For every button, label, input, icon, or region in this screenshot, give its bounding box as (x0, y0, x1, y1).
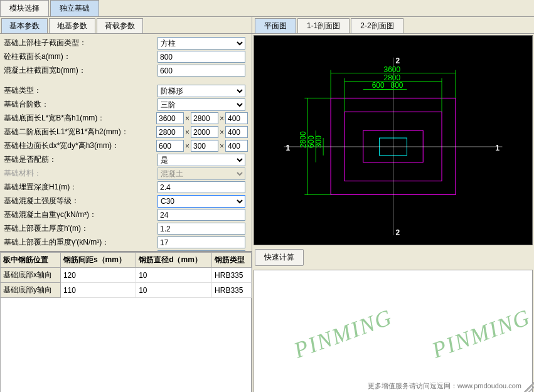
concrete-grade-select[interactable]: C30 (158, 195, 245, 208)
L-input[interactable] (156, 112, 184, 124)
calc-button[interactable]: 快速计算 (255, 249, 304, 266)
cell[interactable]: HRB335 (212, 268, 252, 283)
times-icon: × (220, 128, 224, 137)
concrete-grade-label: 基础混凝土强度等级： (4, 196, 158, 206)
step2-dim-label: 基础二阶底面长L1*宽B1*高h2(mm)： (4, 127, 156, 137)
tab-module-select[interactable]: 模块选择 (0, 0, 49, 16)
calc-bar: 快速计算 (252, 246, 534, 268)
material-select: 混凝土 (158, 167, 245, 180)
drawing-canvas[interactable]: 1 1 2 2 3600 (254, 35, 533, 245)
col-dia[interactable]: 钢筋直径d（mm） (136, 253, 212, 268)
cell[interactable]: 110 (60, 283, 136, 298)
cell[interactable]: 基础底部x轴向 (1, 268, 61, 283)
svg-text:1: 1 (286, 144, 291, 152)
cell[interactable]: 120 (60, 268, 136, 283)
svg-text:2800: 2800 (299, 131, 307, 148)
depth-label: 基础埋置深度H1(m)： (4, 182, 158, 193)
tab-load-params[interactable]: 荷载参数 (97, 18, 143, 33)
col-a-input[interactable] (158, 51, 245, 63)
has-rebar-label: 基础是否配筋： (4, 154, 158, 165)
svg-text:2800: 2800 (384, 73, 401, 82)
svg-text:300: 300 (314, 135, 323, 148)
tab-section-1-1[interactable]: 1-1剖面图 (297, 18, 350, 33)
col-section-type-select[interactable]: 方柱 (158, 37, 245, 50)
tab-plan-view[interactable]: 平面图 (255, 18, 296, 33)
L1-input[interactable] (156, 126, 184, 138)
left-panel: 基本参数 地基参数 荷载参数 基础上部柱子截面类型：方柱 砼柱截面长a(mm)：… (0, 17, 252, 392)
svg-text:1: 1 (496, 144, 500, 152)
fdn-type-select[interactable]: 阶梯形 (158, 85, 245, 97)
table-row[interactable]: 基础底部x轴向 120 10 HRB335 (1, 268, 252, 283)
material-label: 基础材料： (4, 168, 158, 179)
output-area[interactable]: PINMING PINMING (254, 270, 533, 392)
times-icon: × (185, 142, 190, 151)
right-panel: 平面图 1-1剖面图 2-2剖面图 1 1 2 (252, 17, 534, 392)
concrete-weight-label: 基础混凝土自重γc(kN/m³)： (4, 209, 158, 220)
top-tabs: 模块选择 独立基础 (0, 0, 534, 17)
svg-text:3600: 3600 (384, 65, 401, 74)
h2-input[interactable] (225, 126, 248, 138)
has-rebar-select[interactable]: 是 (158, 154, 245, 166)
times-icon: × (220, 114, 224, 123)
dx-input[interactable] (156, 140, 184, 152)
B-input[interactable] (191, 112, 218, 124)
col-section-type-label: 基础上部柱子截面类型： (4, 38, 158, 48)
col-b-input[interactable] (158, 65, 245, 77)
col-a-label: 砼柱截面长a(mm)： (4, 51, 158, 62)
B1-input[interactable] (191, 126, 218, 138)
cell[interactable]: HRB335 (212, 283, 252, 298)
footer-link[interactable]: 更多增值服务请访问逗逗网：www.pmdoudou.com (368, 381, 521, 391)
cell[interactable]: 基础底部y轴向 (1, 283, 61, 298)
depth-input[interactable] (158, 181, 245, 193)
soil-thick-input[interactable] (158, 223, 245, 235)
tab-soil-params[interactable]: 地基参数 (49, 18, 95, 33)
fdn-type-label: 基础类型： (4, 85, 158, 96)
times-icon: × (185, 114, 190, 123)
times-icon: × (185, 128, 190, 137)
svg-text:600: 600 (372, 81, 385, 90)
table-row[interactable]: 基础底部y轴向 110 10 HRB335 (1, 283, 252, 298)
param-tabs: 基本参数 地基参数 荷载参数 (0, 17, 252, 34)
col-pos[interactable]: 板中钢筋位置 (1, 253, 61, 268)
steps-label: 基础台阶数： (4, 99, 158, 110)
h1-input[interactable] (225, 112, 248, 124)
tab-section-2-2[interactable]: 2-2剖面图 (351, 18, 403, 33)
view-tabs: 平面图 1-1剖面图 2-2剖面图 (252, 17, 534, 34)
col-b-label: 混凝土柱截面宽b(mm)： (4, 65, 158, 76)
col-spacing[interactable]: 钢筋间距s（mm） (60, 253, 136, 268)
tab-independent-foundation[interactable]: 独立基础 (50, 0, 99, 16)
h3-input[interactable] (225, 140, 248, 152)
cell[interactable]: 10 (136, 268, 212, 283)
svg-text:2: 2 (395, 228, 400, 237)
soil-weight-input[interactable] (158, 236, 245, 248)
rebar-table: 板中钢筋位置 钢筋间距s（mm） 钢筋直径d（mm） 钢筋类型 基础底部x轴向 … (0, 251, 252, 392)
table-empty-area (0, 298, 252, 392)
steps-select[interactable]: 三阶 (158, 98, 245, 111)
soil-thick-label: 基础上部覆土厚度h'(m)： (4, 223, 158, 234)
watermark: PINMING (429, 304, 533, 364)
params-form: 基础上部柱子截面类型：方柱 砼柱截面长a(mm)： 混凝土柱截面宽b(mm)： … (0, 34, 252, 251)
col-edge-label: 基础柱边面长dx*宽dy*高h3(mm)： (4, 140, 156, 151)
svg-text:2: 2 (395, 56, 400, 65)
col-type[interactable]: 钢筋类型 (212, 253, 252, 268)
tab-basic-params[interactable]: 基本参数 (1, 18, 48, 33)
watermark: PINMING (291, 304, 396, 364)
times-icon: × (220, 142, 224, 151)
cell[interactable]: 10 (136, 283, 212, 298)
svg-text:800: 800 (391, 81, 403, 90)
dy-input[interactable] (191, 140, 218, 152)
concrete-weight-input[interactable] (158, 209, 245, 221)
soil-weight-label: 基础上部覆土的重度γ'(kN/m³)： (4, 237, 158, 248)
base-dim-label: 基础底面长L*宽B*高h1(mm)： (4, 113, 156, 124)
resize-grip-icon[interactable] (524, 382, 534, 392)
